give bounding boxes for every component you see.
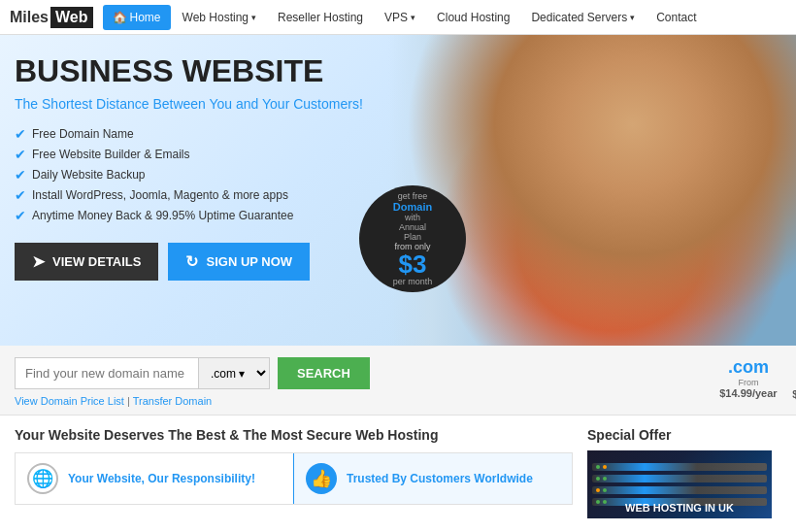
hero-subtitle: The Shortest Distance Between You and Yo… <box>15 96 383 112</box>
domain-input-wrap: .com ▾ .net .org .in <box>15 357 270 389</box>
home-icon: 🏠 <box>113 11 127 24</box>
feature-card-text-2: Trusted By Customers Worldwide <box>347 472 533 485</box>
nav-dedicated-servers[interactable]: Dedicated Servers ▾ <box>521 5 645 30</box>
list-item: ✔Install WordPress, Joomla, Magento & mo… <box>15 187 383 203</box>
special-offer-image: WEB HOSTING IN UK <box>587 450 772 518</box>
domain-search-button[interactable]: SEARCH <box>278 357 370 389</box>
server-status-dot <box>603 465 607 469</box>
promo-badge: get free Domain with Annual Plan from on… <box>359 185 466 292</box>
check-icon: ✔ <box>15 208 26 223</box>
chevron-down-icon: ▾ <box>411 13 415 22</box>
promo-with: with <box>405 213 420 222</box>
bottom-section: Your Website Deserves The Best & The Mos… <box>0 416 796 530</box>
refresh-icon: ↻ <box>185 252 198 271</box>
nav-reseller-hosting[interactable]: Reseller Hosting <box>268 5 373 30</box>
feature-card-text-1: Your Website, Our Responsibility! <box>68 472 255 485</box>
promo-get-free: get free <box>398 191 428 201</box>
server-line <box>592 463 767 471</box>
globe-icon: 🌐 <box>27 463 58 494</box>
nav-vps[interactable]: VPS ▾ <box>375 5 425 30</box>
promo-plan: Plan <box>404 232 421 242</box>
domain-price-in: ☀.in From $12.49/year <box>792 357 796 400</box>
bottom-main-title: Your Website Deserves The Best & The Mos… <box>15 427 573 443</box>
list-item: ✔Anytime Money Back & 99.95% Uptime Guar… <box>15 208 383 223</box>
domain-com-from: From <box>738 378 758 387</box>
server-line <box>592 486 767 494</box>
logo[interactable]: Miles Web <box>10 7 93 28</box>
server-status-dot <box>596 488 600 492</box>
nav-cloud-hosting[interactable]: Cloud Hosting <box>427 5 519 30</box>
domain-prices: .com From $14.99/year ☀.in From $12.49/y… <box>719 357 796 400</box>
arrow-right-icon: ➤ <box>32 252 45 271</box>
hero-content: BUSINESS WEBSITE The Shortest Distance B… <box>15 54 383 281</box>
domain-com-price: $14.99/year <box>719 387 777 399</box>
domain-search-row: .com ▾ .net .org .in SEARCH <box>15 357 370 389</box>
bottom-left: Your Website Deserves The Best & The Mos… <box>15 427 573 518</box>
check-icon: ✔ <box>15 147 26 162</box>
server-status-dot <box>596 465 600 469</box>
domain-search-input[interactable] <box>16 358 198 388</box>
server-line <box>592 475 767 482</box>
view-details-button[interactable]: ➤ VIEW DETAILS <box>15 243 158 281</box>
domain-extension-select[interactable]: .com ▾ .net .org .in <box>198 358 269 388</box>
list-item: ✔Free Domain Name <box>15 126 383 142</box>
promo-domain: Domain <box>393 201 432 213</box>
transfer-domain-link[interactable]: Transfer Domain <box>133 395 213 407</box>
feature-card-trusted: 👍 Trusted By Customers Worldwide <box>294 453 572 504</box>
promo-per-month: per month <box>393 277 433 286</box>
logo-web: Web <box>50 7 92 28</box>
thumbs-up-icon: 👍 <box>306 463 337 494</box>
server-status-dot <box>603 477 607 481</box>
feature-cards: 🌐 Your Website, Our Responsibility! 👍 Tr… <box>15 452 573 505</box>
check-icon: ✔ <box>15 126 26 142</box>
promo-price: $3 <box>399 251 427 277</box>
list-item: ✔Free Website Builder & Emails <box>15 147 383 162</box>
domain-search-section: .com ▾ .net .org .in SEARCH View Domain … <box>0 346 796 416</box>
chevron-down-icon: ▾ <box>251 13 256 22</box>
domain-price-com: .com From $14.99/year <box>719 357 778 400</box>
domain-ext-com-label: .com <box>728 357 769 378</box>
domain-links: View Domain Price List | Transfer Domain <box>15 395 370 407</box>
hero-features-list: ✔Free Domain Name ✔Free Website Builder … <box>15 126 383 223</box>
hero-section: BUSINESS WEBSITE The Shortest Distance B… <box>0 35 796 346</box>
header: Miles Web 🏠 Home Web Hosting ▾ Reseller … <box>0 0 796 35</box>
check-icon: ✔ <box>15 167 26 183</box>
nav-home[interactable]: 🏠 Home <box>103 5 171 30</box>
special-offer-overlay-text: WEB HOSTING IN UK <box>587 502 772 514</box>
hero-title: BUSINESS WEBSITE <box>15 54 383 88</box>
chevron-down-icon: ▾ <box>630 13 635 22</box>
sign-up-button[interactable]: ↻ SIGN UP NOW <box>168 243 310 281</box>
list-item: ✔Daily Website Backup <box>15 167 383 183</box>
special-offer-title: Special Offer <box>587 427 781 443</box>
check-icon: ✔ <box>15 187 26 203</box>
nav-web-hosting[interactable]: Web Hosting ▾ <box>173 5 266 30</box>
server-status-dot <box>603 488 607 492</box>
domain-in-price: $12.49/year <box>792 388 796 400</box>
hero-buttons: ➤ VIEW DETAILS ↻ SIGN UP NOW <box>15 243 383 281</box>
main-nav: 🏠 Home Web Hosting ▾ Reseller Hosting VP… <box>103 5 707 30</box>
logo-miles: Miles <box>10 9 49 26</box>
feature-card-responsibility: 🌐 Your Website, Our Responsibility! <box>16 453 294 504</box>
nav-contact[interactable]: Contact <box>647 5 706 30</box>
bottom-right: Special Offer W <box>587 427 781 518</box>
promo-annual: Annual <box>399 222 426 232</box>
hero-person-image <box>388 35 796 346</box>
server-status-dot <box>596 477 600 481</box>
view-domain-price-list-link[interactable]: View Domain Price List <box>15 395 124 407</box>
